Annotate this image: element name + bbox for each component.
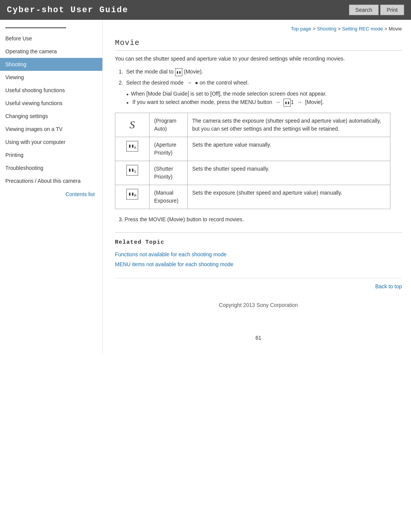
table-row: S (ProgramAuto) The camera sets the expo… xyxy=(115,113,390,137)
sidebar-item-precautions[interactable]: Precautions / About this camera xyxy=(0,174,102,187)
back-to-top-link[interactable]: Back to top xyxy=(375,283,402,289)
mode-icon-cell-aperture: ▮▮A xyxy=(115,137,150,161)
breadcrumb: Top page > Shooting > Setting REC mode >… xyxy=(115,26,402,32)
step2: 2. Select the desired mode → ● on the co… xyxy=(119,78,402,87)
breadcrumb-setting[interactable]: Setting REC mode xyxy=(342,26,383,32)
search-button[interactable]: Search xyxy=(349,5,379,15)
mode-name-shutter: (ShutterPriority) xyxy=(150,161,188,185)
sidebar-item-before-use[interactable]: Before Use xyxy=(0,32,102,45)
table-row: ▮▮M (ManualExposure) Sets the exposure (… xyxy=(115,185,390,209)
sidebar-divider xyxy=(5,27,66,28)
mode-desc-aperture: Sets the aperture value manually. xyxy=(188,137,390,161)
shutter-icon: ▮▮S xyxy=(126,165,138,176)
manual-icon: ▮▮M xyxy=(126,189,138,200)
sidebar-item-printing[interactable]: Printing xyxy=(0,149,102,161)
s-icon: S xyxy=(130,117,135,133)
breadcrumb-current: Movie xyxy=(389,26,402,32)
mode-name-program: (ProgramAuto) xyxy=(150,113,188,137)
sidebar-item-useful-viewing[interactable]: Useful viewing functions xyxy=(0,97,102,110)
back-to-top-row: Back to top xyxy=(115,278,402,291)
print-button[interactable]: Print xyxy=(380,5,404,15)
sidebar-item-useful-shooting[interactable]: Useful shooting functions xyxy=(0,84,102,97)
page-layout: Before Use Operating the camera Shooting… xyxy=(0,20,411,354)
movie-icon-menu: ▮▮ xyxy=(284,99,291,107)
arrow3: → xyxy=(297,98,302,106)
arrow1: → xyxy=(186,78,192,87)
bc-sep2: > xyxy=(336,26,342,32)
bc-sep1: > xyxy=(311,26,317,32)
sidebar-item-computer[interactable]: Using with your computer xyxy=(0,136,102,149)
step3: 3. Press the MOVIE (Movie) button to rec… xyxy=(119,215,402,224)
main-content: Top page > Shooting > Setting REC mode >… xyxy=(103,20,411,354)
related-topic: Related Topic Functions not available fo… xyxy=(115,232,402,269)
page-number: 61 xyxy=(115,331,402,345)
mode-name-manual: (ManualExposure) xyxy=(150,185,188,209)
sidebar-item-troubleshooting[interactable]: Troubleshooting xyxy=(0,161,102,174)
movie-icon-step1: ▮▮ xyxy=(175,68,182,77)
mode-desc-program: The camera sets the exposure (shutter sp… xyxy=(188,113,390,137)
related-link-1[interactable]: Functions not available for each shootin… xyxy=(115,250,402,259)
sidebar-item-operating[interactable]: Operating the camera xyxy=(0,45,102,58)
contents-list-link[interactable]: Contents list xyxy=(0,187,102,201)
content-body: You can set the shutter speed and apertu… xyxy=(115,54,402,291)
mode-icon-cell-manual: ▮▮M xyxy=(115,185,150,209)
copyright-text: Copyright 2013 Sony Corporation xyxy=(219,302,298,308)
bullet-list: When [Mode Dial Guide] is set to [Off], … xyxy=(126,89,402,107)
breadcrumb-top[interactable]: Top page xyxy=(291,26,311,32)
related-link-2[interactable]: MENU items not available for each shooti… xyxy=(115,260,402,268)
page-title: Movie xyxy=(115,38,402,51)
intro-text: You can set the shutter speed and apertu… xyxy=(115,54,402,63)
mode-icon-cell-program: S xyxy=(115,113,150,137)
related-topic-title: Related Topic xyxy=(115,238,402,247)
mode-icon-cell-shutter: ▮▮S xyxy=(115,161,150,185)
app-title: Cyber-shot User Guide xyxy=(7,5,128,15)
aperture-icon: ▮▮A xyxy=(126,141,138,152)
mode-table: S (ProgramAuto) The camera sets the expo… xyxy=(115,113,390,209)
table-row: ▮▮A (AperturePriority) Sets the aperture… xyxy=(115,137,390,161)
sidebar-item-shooting[interactable]: Shooting xyxy=(0,58,102,71)
step1: 1. Set the mode dial to ▮▮ (Movie). xyxy=(119,67,402,76)
sidebar: Before Use Operating the camera Shooting… xyxy=(0,20,103,354)
bullet-symbol: ● xyxy=(195,80,198,86)
sidebar-item-viewing-tv[interactable]: Viewing images on a TV xyxy=(0,123,102,136)
header-buttons: Search Print xyxy=(349,5,404,15)
sidebar-item-changing-settings[interactable]: Changing settings xyxy=(0,110,102,123)
mode-desc-shutter: Sets the shutter speed manually. xyxy=(188,161,390,185)
bullet-item-2: If you want to select another mode, pres… xyxy=(126,98,402,107)
mode-desc-manual: Sets the exposure (shutter speed and ape… xyxy=(188,185,390,209)
breadcrumb-shooting[interactable]: Shooting xyxy=(317,26,336,32)
sidebar-item-viewing[interactable]: Viewing xyxy=(0,71,102,84)
mode-name-aperture: (AperturePriority) xyxy=(150,137,188,161)
bullet-item-1: When [Mode Dial Guide] is set to [Off], … xyxy=(126,89,402,98)
header: Cyber-shot User Guide Search Print xyxy=(0,0,411,20)
table-row: ▮▮S (ShutterPriority) Sets the shutter s… xyxy=(115,161,390,185)
footer: Copyright 2013 Sony Corporation xyxy=(115,302,402,316)
arrow2: → xyxy=(275,98,280,106)
bc-sep3: > xyxy=(383,26,389,32)
